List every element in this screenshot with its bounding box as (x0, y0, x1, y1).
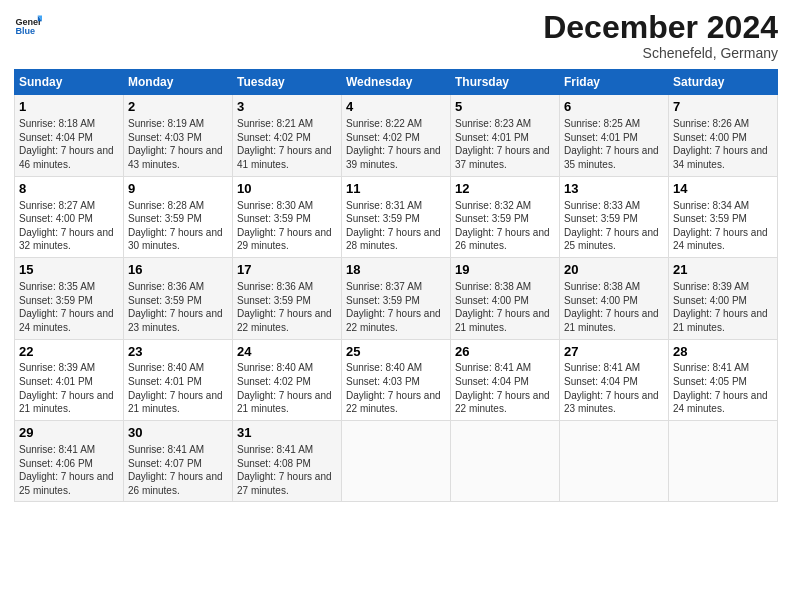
day-info: Sunrise: 8:18 AMSunset: 4:04 PMDaylight:… (19, 118, 114, 170)
calendar-cell: 24 Sunrise: 8:40 AMSunset: 4:02 PMDaylig… (233, 339, 342, 420)
calendar-cell: 16 Sunrise: 8:36 AMSunset: 3:59 PMDaylig… (124, 258, 233, 339)
calendar-cell: 10 Sunrise: 8:30 AMSunset: 3:59 PMDaylig… (233, 176, 342, 257)
calendar-cell: 5 Sunrise: 8:23 AMSunset: 4:01 PMDayligh… (451, 95, 560, 176)
calendar-cell: 29 Sunrise: 8:41 AMSunset: 4:06 PMDaylig… (15, 421, 124, 502)
day-info: Sunrise: 8:39 AMSunset: 4:01 PMDaylight:… (19, 362, 114, 414)
main-title: December 2024 (543, 10, 778, 45)
day-number: 29 (19, 425, 119, 442)
calendar-cell: 17 Sunrise: 8:36 AMSunset: 3:59 PMDaylig… (233, 258, 342, 339)
page-header: General Blue December 2024 Schenefeld, G… (14, 10, 778, 61)
day-number: 16 (128, 262, 228, 279)
week-row-2: 8 Sunrise: 8:27 AMSunset: 4:00 PMDayligh… (15, 176, 778, 257)
calendar-cell: 22 Sunrise: 8:39 AMSunset: 4:01 PMDaylig… (15, 339, 124, 420)
day-number: 15 (19, 262, 119, 279)
day-info: Sunrise: 8:25 AMSunset: 4:01 PMDaylight:… (564, 118, 659, 170)
day-number: 12 (455, 181, 555, 198)
calendar-cell: 3 Sunrise: 8:21 AMSunset: 4:02 PMDayligh… (233, 95, 342, 176)
calendar-cell: 9 Sunrise: 8:28 AMSunset: 3:59 PMDayligh… (124, 176, 233, 257)
day-number: 26 (455, 344, 555, 361)
calendar-cell: 27 Sunrise: 8:41 AMSunset: 4:04 PMDaylig… (560, 339, 669, 420)
calendar-cell: 28 Sunrise: 8:41 AMSunset: 4:05 PMDaylig… (669, 339, 778, 420)
day-info: Sunrise: 8:41 AMSunset: 4:07 PMDaylight:… (128, 444, 223, 496)
day-info: Sunrise: 8:30 AMSunset: 3:59 PMDaylight:… (237, 200, 332, 252)
day-number: 20 (564, 262, 664, 279)
day-info: Sunrise: 8:36 AMSunset: 3:59 PMDaylight:… (237, 281, 332, 333)
day-info: Sunrise: 8:34 AMSunset: 3:59 PMDaylight:… (673, 200, 768, 252)
week-row-1: 1 Sunrise: 8:18 AMSunset: 4:04 PMDayligh… (15, 95, 778, 176)
calendar-cell: 15 Sunrise: 8:35 AMSunset: 3:59 PMDaylig… (15, 258, 124, 339)
calendar-cell: 20 Sunrise: 8:38 AMSunset: 4:00 PMDaylig… (560, 258, 669, 339)
col-header-monday: Monday (124, 70, 233, 95)
day-info: Sunrise: 8:40 AMSunset: 4:02 PMDaylight:… (237, 362, 332, 414)
col-header-sunday: Sunday (15, 70, 124, 95)
calendar-cell: 31 Sunrise: 8:41 AMSunset: 4:08 PMDaylig… (233, 421, 342, 502)
calendar-cell: 6 Sunrise: 8:25 AMSunset: 4:01 PMDayligh… (560, 95, 669, 176)
calendar-cell: 11 Sunrise: 8:31 AMSunset: 3:59 PMDaylig… (342, 176, 451, 257)
day-info: Sunrise: 8:38 AMSunset: 4:00 PMDaylight:… (564, 281, 659, 333)
day-number: 30 (128, 425, 228, 442)
calendar-cell: 7 Sunrise: 8:26 AMSunset: 4:00 PMDayligh… (669, 95, 778, 176)
day-number: 8 (19, 181, 119, 198)
col-header-friday: Friday (560, 70, 669, 95)
day-info: Sunrise: 8:41 AMSunset: 4:08 PMDaylight:… (237, 444, 332, 496)
day-number: 13 (564, 181, 664, 198)
day-number: 14 (673, 181, 773, 198)
calendar-cell: 25 Sunrise: 8:40 AMSunset: 4:03 PMDaylig… (342, 339, 451, 420)
svg-text:Blue: Blue (15, 26, 35, 36)
day-number: 9 (128, 181, 228, 198)
day-number: 7 (673, 99, 773, 116)
day-info: Sunrise: 8:39 AMSunset: 4:00 PMDaylight:… (673, 281, 768, 333)
day-number: 27 (564, 344, 664, 361)
calendar-cell: 30 Sunrise: 8:41 AMSunset: 4:07 PMDaylig… (124, 421, 233, 502)
day-number: 22 (19, 344, 119, 361)
calendar-cell: 18 Sunrise: 8:37 AMSunset: 3:59 PMDaylig… (342, 258, 451, 339)
day-number: 10 (237, 181, 337, 198)
col-header-saturday: Saturday (669, 70, 778, 95)
calendar-cell (669, 421, 778, 502)
logo-icon: General Blue (14, 10, 42, 38)
day-info: Sunrise: 8:41 AMSunset: 4:06 PMDaylight:… (19, 444, 114, 496)
calendar-cell: 21 Sunrise: 8:39 AMSunset: 4:00 PMDaylig… (669, 258, 778, 339)
title-area: December 2024 Schenefeld, Germany (543, 10, 778, 61)
day-info: Sunrise: 8:38 AMSunset: 4:00 PMDaylight:… (455, 281, 550, 333)
calendar-cell: 8 Sunrise: 8:27 AMSunset: 4:00 PMDayligh… (15, 176, 124, 257)
day-number: 4 (346, 99, 446, 116)
col-header-thursday: Thursday (451, 70, 560, 95)
day-info: Sunrise: 8:40 AMSunset: 4:03 PMDaylight:… (346, 362, 441, 414)
day-info: Sunrise: 8:33 AMSunset: 3:59 PMDaylight:… (564, 200, 659, 252)
subtitle: Schenefeld, Germany (543, 45, 778, 61)
day-info: Sunrise: 8:41 AMSunset: 4:04 PMDaylight:… (455, 362, 550, 414)
day-number: 3 (237, 99, 337, 116)
day-info: Sunrise: 8:23 AMSunset: 4:01 PMDaylight:… (455, 118, 550, 170)
calendar-cell (342, 421, 451, 502)
day-info: Sunrise: 8:40 AMSunset: 4:01 PMDaylight:… (128, 362, 223, 414)
day-info: Sunrise: 8:27 AMSunset: 4:00 PMDaylight:… (19, 200, 114, 252)
day-number: 19 (455, 262, 555, 279)
day-number: 11 (346, 181, 446, 198)
day-info: Sunrise: 8:26 AMSunset: 4:00 PMDaylight:… (673, 118, 768, 170)
calendar-cell: 26 Sunrise: 8:41 AMSunset: 4:04 PMDaylig… (451, 339, 560, 420)
day-number: 25 (346, 344, 446, 361)
day-info: Sunrise: 8:41 AMSunset: 4:04 PMDaylight:… (564, 362, 659, 414)
calendar-cell: 2 Sunrise: 8:19 AMSunset: 4:03 PMDayligh… (124, 95, 233, 176)
calendar-cell: 23 Sunrise: 8:40 AMSunset: 4:01 PMDaylig… (124, 339, 233, 420)
day-info: Sunrise: 8:21 AMSunset: 4:02 PMDaylight:… (237, 118, 332, 170)
day-info: Sunrise: 8:37 AMSunset: 3:59 PMDaylight:… (346, 281, 441, 333)
day-info: Sunrise: 8:41 AMSunset: 4:05 PMDaylight:… (673, 362, 768, 414)
day-number: 5 (455, 99, 555, 116)
day-number: 23 (128, 344, 228, 361)
day-number: 17 (237, 262, 337, 279)
day-number: 2 (128, 99, 228, 116)
logo: General Blue (14, 10, 42, 38)
week-row-5: 29 Sunrise: 8:41 AMSunset: 4:06 PMDaylig… (15, 421, 778, 502)
day-info: Sunrise: 8:19 AMSunset: 4:03 PMDaylight:… (128, 118, 223, 170)
day-info: Sunrise: 8:35 AMSunset: 3:59 PMDaylight:… (19, 281, 114, 333)
col-header-tuesday: Tuesday (233, 70, 342, 95)
calendar-table: SundayMondayTuesdayWednesdayThursdayFrid… (14, 69, 778, 502)
day-number: 31 (237, 425, 337, 442)
day-info: Sunrise: 8:36 AMSunset: 3:59 PMDaylight:… (128, 281, 223, 333)
calendar-cell: 19 Sunrise: 8:38 AMSunset: 4:00 PMDaylig… (451, 258, 560, 339)
week-row-3: 15 Sunrise: 8:35 AMSunset: 3:59 PMDaylig… (15, 258, 778, 339)
calendar-cell (451, 421, 560, 502)
day-number: 21 (673, 262, 773, 279)
